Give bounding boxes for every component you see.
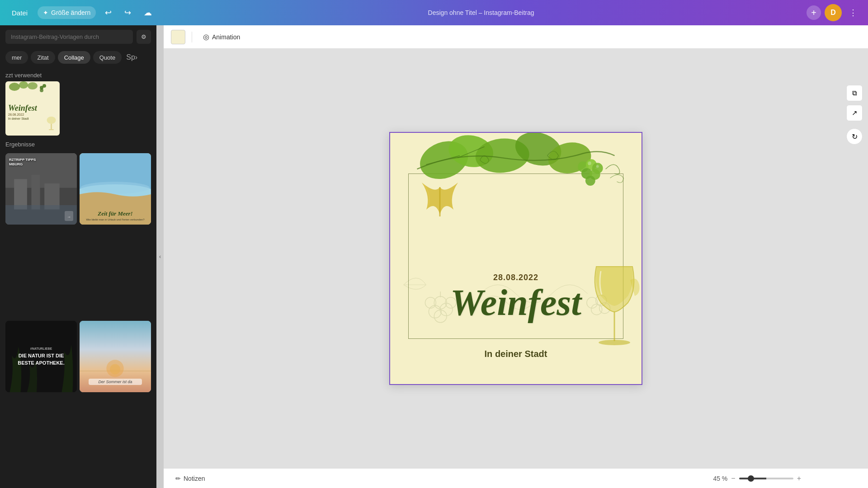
toolbar-divider bbox=[192, 32, 192, 42]
search-input[interactable] bbox=[5, 30, 133, 44]
canvas-area: ◎ Animation ⧉ ↗ ↻ bbox=[164, 25, 868, 488]
svg-rect-12 bbox=[31, 175, 40, 210]
resize-icon: ✦ bbox=[43, 9, 48, 16]
svg-rect-7 bbox=[51, 124, 52, 129]
svg-point-49 bbox=[588, 161, 591, 165]
results-label: Ergebnisse bbox=[0, 136, 156, 150]
svg-point-2 bbox=[28, 82, 38, 89]
result-item-beach[interactable]: Zeit für Meer! Wie bleibt man in Urlaub … bbox=[80, 153, 151, 225]
result-city-text: RZTRIPP TIPPS MBURG bbox=[9, 158, 36, 167]
result-beach-subtext: Wie bleibt man in Urlaub und Ferien verb… bbox=[80, 214, 151, 222]
copy-design-button[interactable]: ⧉ bbox=[846, 85, 863, 101]
sidebar: ⚙ mer Zitat Collage Quote Sp› zzt verwen… bbox=[0, 25, 156, 488]
svg-point-6 bbox=[47, 117, 56, 124]
svg-point-5 bbox=[40, 89, 43, 92]
bottom-bar: ✏ Notizen 45 % − + bbox=[164, 468, 868, 488]
svg-point-52 bbox=[599, 340, 630, 345]
result-sunset-text: Der Sommer ist da bbox=[80, 379, 151, 385]
tag-mer[interactable]: mer bbox=[5, 51, 28, 64]
undo-button[interactable]: ↩ bbox=[101, 5, 115, 20]
recently-used-section: Weinfest 28.08.2022 In deiner Stadt bbox=[0, 81, 156, 136]
canvas-right-tools: ⧉ ↗ ↻ bbox=[846, 85, 863, 145]
recently-used-label: zzt verwendet bbox=[0, 66, 156, 81]
file-menu-button[interactable]: Datei bbox=[7, 6, 32, 19]
share-button[interactable]: ↗ bbox=[846, 105, 863, 121]
svg-point-48 bbox=[585, 176, 595, 186]
zoom-slider[interactable] bbox=[739, 478, 793, 479]
zoom-area: 45 % − + bbox=[713, 474, 801, 483]
svg-point-18 bbox=[80, 182, 150, 194]
design-canvas[interactable]: Weinfest 28.08.2022 In deiner Stadt bbox=[389, 132, 642, 385]
result-city-arrow: → bbox=[65, 211, 73, 221]
svg-point-50 bbox=[596, 165, 599, 168]
tag-zitat[interactable]: Zitat bbox=[31, 51, 55, 64]
topbar-left: Datei ✦ Größe ändern ↩ ↪ ☁ bbox=[7, 5, 156, 20]
recent-vine-svg bbox=[5, 81, 55, 95]
canvas-wrapper: ⧉ ↗ ↻ bbox=[164, 49, 868, 468]
main-area: ⚙ mer Zitat Collage Quote Sp› zzt verwen… bbox=[0, 25, 868, 488]
svg-rect-8 bbox=[49, 129, 54, 130]
redo-button[interactable]: ↪ bbox=[121, 5, 135, 20]
avatar-button[interactable]: D bbox=[825, 4, 842, 21]
animation-button[interactable]: ◎ Animation bbox=[198, 30, 245, 44]
result-item-city[interactable]: RZTRIPP TIPPS MBURG → bbox=[5, 153, 77, 225]
result-item-nature[interactable]: #NATURLIEBE DIE NATUR IST DIE BESTE APOT… bbox=[5, 321, 77, 392]
svg-point-0 bbox=[9, 83, 20, 91]
recent-weinfest-title: Weinfest bbox=[8, 104, 57, 112]
zoom-plus-icon: + bbox=[797, 474, 801, 483]
filter-icon: ⚙ bbox=[141, 33, 146, 40]
add-button[interactable]: + bbox=[807, 5, 821, 20]
sidebar-hide-toggle[interactable]: ‹ bbox=[156, 25, 164, 488]
result-item-sunset[interactable]: Der Sommer ist da bbox=[80, 321, 151, 392]
zoom-minus-icon: − bbox=[731, 474, 735, 483]
topbar-center: Design ohne Titel – Instagram-Beitrag bbox=[161, 9, 801, 16]
color-swatch[interactable] bbox=[171, 30, 185, 44]
refresh-button[interactable]: ↻ bbox=[846, 128, 863, 145]
tag-row: mer Zitat Collage Quote Sp› bbox=[0, 48, 156, 66]
topbar: Datei ✦ Größe ändern ↩ ↪ ☁ Design ohne T… bbox=[0, 0, 868, 25]
tag-collage[interactable]: Collage bbox=[58, 51, 90, 64]
svg-point-23 bbox=[110, 364, 120, 374]
svg-point-4 bbox=[42, 84, 46, 88]
topbar-right: + D ⋮ bbox=[807, 4, 861, 21]
animation-icon: ◎ bbox=[203, 33, 209, 41]
result-nature-text: #NATURLIEBE DIE NATUR IST DIE BESTE APOT… bbox=[5, 346, 77, 366]
cloud-save-button[interactable]: ☁ bbox=[140, 5, 156, 20]
resize-button[interactable]: ✦ Größe ändern bbox=[38, 6, 96, 19]
gold-ribbon-svg bbox=[413, 174, 467, 219]
tag-quote[interactable]: Quote bbox=[93, 51, 122, 64]
svg-rect-11 bbox=[14, 179, 27, 209]
design-date: 28.08.2022 bbox=[390, 273, 642, 282]
design-title: Weinfest bbox=[390, 284, 642, 321]
filter-button[interactable]: ⚙ bbox=[137, 30, 151, 44]
results-grid: RZTRIPP TIPPS MBURG → bbox=[0, 150, 156, 488]
notes-icon: ✏ bbox=[175, 475, 181, 482]
more-options-button[interactable]: ⋮ bbox=[845, 5, 861, 20]
recent-wineglass-svg bbox=[46, 116, 57, 134]
document-title: Design ohne Titel – Instagram-Beitrag bbox=[428, 9, 534, 16]
tag-more-button[interactable]: Sp› bbox=[124, 51, 139, 64]
recent-item-weinfest[interactable]: Weinfest 28.08.2022 In deiner Stadt bbox=[5, 81, 60, 136]
svg-point-1 bbox=[19, 81, 28, 89]
zoom-label: 45 % bbox=[713, 475, 727, 482]
search-bar: ⚙ bbox=[0, 25, 156, 48]
design-subtitle: In deiner Stadt bbox=[390, 349, 642, 359]
notes-button[interactable]: ✏ Notizen bbox=[171, 472, 209, 485]
canvas-toolbar: ◎ Animation bbox=[164, 25, 868, 49]
